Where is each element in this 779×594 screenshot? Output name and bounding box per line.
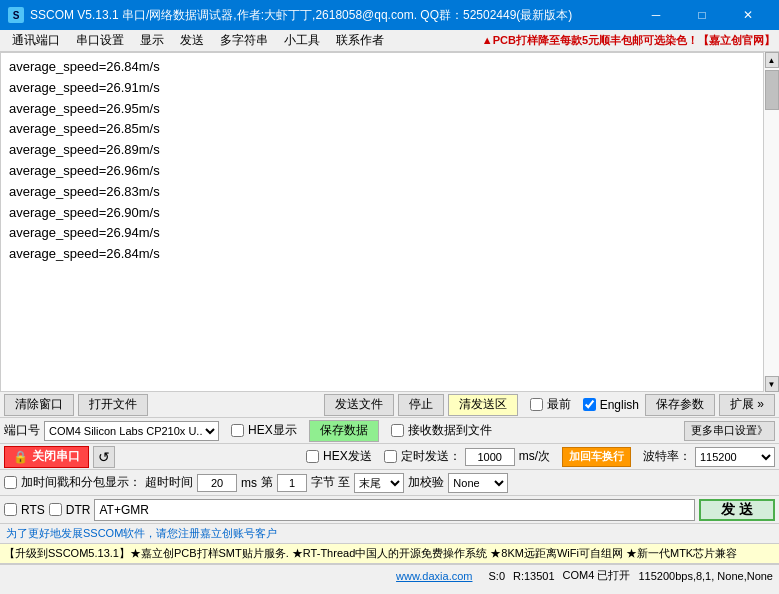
terminal-line: average_speed=26.90m/s <box>9 203 760 224</box>
title-bar: S SSCOM V5.13.1 串口/网络数据调试器,作者:大虾丁丁,26180… <box>0 0 779 30</box>
menu-ad[interactable]: ▲PCB打样降至每款5元顺丰包邮可选染色！【嘉立创官网】 <box>482 33 775 48</box>
open-close-button[interactable]: 🔒 关闭串口 <box>4 446 89 468</box>
baud-label: 波特率： <box>643 448 691 465</box>
more-settings-button[interactable]: 更多串口设置》 <box>684 421 775 441</box>
clear-send-zone-button[interactable]: 清发送区 <box>448 394 518 416</box>
promo-text: 为了更好地发展SSCOM软件，请您注册嘉立创账号客户 <box>6 526 277 541</box>
page-label: 第 <box>261 474 273 491</box>
hex-send-label: HEX发送 <box>323 448 372 465</box>
toolbar-row-2: 端口号 COM4 Silicon Labs CP210x U... HEX显示 … <box>0 418 779 444</box>
terminal-line: average_speed=26.91m/s <box>9 78 760 99</box>
open-file-button[interactable]: 打开文件 <box>78 394 148 416</box>
window-controls: ─ □ ✕ <box>633 0 771 30</box>
timed-send-checkbox[interactable] <box>384 450 397 463</box>
send-button[interactable]: 发 送 <box>699 499 775 521</box>
timeout-label: 超时时间 <box>145 474 193 491</box>
page-num-input[interactable] <box>277 474 307 492</box>
clear-window-button[interactable]: 清除窗口 <box>4 394 74 416</box>
open-close-label: 关闭串口 <box>32 448 80 465</box>
scroll-down-button[interactable]: ▼ <box>765 376 779 392</box>
tail-select[interactable]: 末尾 <box>354 473 404 493</box>
menu-send[interactable]: 发送 <box>172 30 212 51</box>
cmd-input[interactable] <box>94 499 695 521</box>
menu-serial-settings[interactable]: 串口设置 <box>68 30 132 51</box>
terminal-line: average_speed=26.89m/s <box>9 140 760 161</box>
refresh-button[interactable]: ↺ <box>93 446 115 468</box>
byte-label: 字节 至 <box>311 474 350 491</box>
minimize-button[interactable]: ─ <box>633 0 679 30</box>
baud-select[interactable]: 115200 <box>695 447 775 467</box>
menu-port[interactable]: 通讯端口 <box>4 30 68 51</box>
menu-multistring[interactable]: 多字符串 <box>212 30 276 51</box>
status-r: R:13501 <box>513 570 555 582</box>
dtr-checkbox[interactable] <box>49 503 62 516</box>
promo-row: 为了更好地发展SSCOM软件，请您注册嘉立创账号客户 <box>0 524 779 544</box>
timestamp-label: 加时间戳和分包显示： <box>21 474 141 491</box>
terminal-line: average_speed=26.85m/s <box>9 119 760 140</box>
terminal-wrapper: average_speed=26.84m/saverage_speed=26.9… <box>0 52 779 392</box>
menu-tools[interactable]: 小工具 <box>276 30 328 51</box>
hex-send-checkbox[interactable] <box>306 450 319 463</box>
port-label: 端口号 <box>4 422 40 439</box>
send-file-button[interactable]: 发送文件 <box>324 394 394 416</box>
toolbar-row-4: 加时间戳和分包显示： 超时时间 ms 第 字节 至 末尾 加校验 None <box>0 470 779 496</box>
input-row: RTS DTR 发 送 <box>0 496 779 524</box>
scroll-track <box>764 68 779 376</box>
terminal-line: average_speed=26.84m/s <box>9 244 760 265</box>
toolbar-row-3: 🔒 关闭串口 ↺ HEX发送 定时发送： ms/次 加回车换行 波特率： 115… <box>0 444 779 470</box>
website-link[interactable]: www.daxia.com <box>396 570 472 582</box>
save-to-file-label: 接收数据到文件 <box>408 422 492 439</box>
terminal-line: average_speed=26.95m/s <box>9 99 760 120</box>
english-label: English <box>600 398 639 412</box>
terminal-area[interactable]: average_speed=26.84m/saverage_speed=26.9… <box>0 52 779 392</box>
rts-label: RTS <box>21 503 45 517</box>
terminal-line: average_speed=26.84m/s <box>9 57 760 78</box>
timed-send-interval-input[interactable] <box>465 448 515 466</box>
hex-display-label: HEX显示 <box>248 422 297 439</box>
english-checkbox[interactable] <box>583 398 596 411</box>
save-to-file-checkbox[interactable] <box>391 424 404 437</box>
close-button[interactable]: ✕ <box>725 0 771 30</box>
terminal-line: average_speed=26.83m/s <box>9 182 760 203</box>
rts-checkbox[interactable] <box>4 503 17 516</box>
status-port: COM4 已打开 <box>563 568 631 583</box>
stop-button[interactable]: 停止 <box>398 394 444 416</box>
menu-display[interactable]: 显示 <box>132 30 172 51</box>
ms-unit-label: ms/次 <box>519 448 550 465</box>
terminal-line: average_speed=26.96m/s <box>9 161 760 182</box>
terminal-line: average_speed=26.94m/s <box>9 223 760 244</box>
verify-select[interactable]: None <box>448 473 508 493</box>
timeout-ms-label: ms <box>241 476 257 490</box>
hex-display-checkbox[interactable] <box>231 424 244 437</box>
status-config: 115200bps,8,1, None,None <box>638 570 773 582</box>
scroll-thumb[interactable] <box>765 70 779 110</box>
expand-button[interactable]: 扩展 » <box>719 394 775 416</box>
news-text: 【升级到SSCOM5.13.1】★嘉立创PCB打样SMT贴片服务. ★RT-Th… <box>4 546 737 561</box>
port-select[interactable]: COM4 Silicon Labs CP210x U... <box>44 421 219 441</box>
app-icon: S <box>8 7 24 23</box>
terminal-scrollbar[interactable]: ▲ ▼ <box>763 52 779 392</box>
verify-label: 加校验 <box>408 474 444 491</box>
toolbar-row-1: 清除窗口 打开文件 发送文件 停止 清发送区 最前 English 保存参数 扩… <box>0 392 779 418</box>
maximize-button[interactable]: □ <box>679 0 725 30</box>
timed-send-label: 定时发送： <box>401 448 461 465</box>
scroll-up-button[interactable]: ▲ <box>765 52 779 68</box>
last-page-checkbox[interactable] <box>530 398 543 411</box>
last-page-label: 最前 <box>547 396 571 413</box>
dtr-label: DTR <box>66 503 91 517</box>
save-data-button[interactable]: 保存数据 <box>309 420 379 442</box>
title-text: SSCOM V5.13.1 串口/网络数据调试器,作者:大虾丁丁,2618058… <box>30 7 633 24</box>
status-bar: www.daxia.com S:0 R:13501 COM4 已打开 11520… <box>0 564 779 586</box>
lock-icon: 🔒 <box>13 450 28 464</box>
menu-contact[interactable]: 联系作者 <box>328 30 392 51</box>
menu-bar: 通讯端口 串口设置 显示 发送 多字符串 小工具 联系作者 ▲PCB打样降至每款… <box>0 30 779 52</box>
news-row: 【升级到SSCOM5.13.1】★嘉立创PCB打样SMT贴片服务. ★RT-Th… <box>0 544 779 564</box>
status-s: S:0 <box>488 570 505 582</box>
timestamp-checkbox[interactable] <box>4 476 17 489</box>
timeout-input[interactable] <box>197 474 237 492</box>
save-params-button[interactable]: 保存参数 <box>645 394 715 416</box>
add-return-button[interactable]: 加回车换行 <box>562 447 631 467</box>
